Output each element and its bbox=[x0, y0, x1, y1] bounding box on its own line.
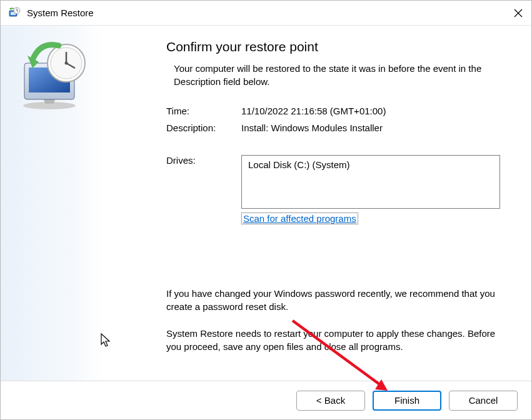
time-label: Time: bbox=[166, 106, 241, 116]
restart-warning-text: System Restore needs to restart your com… bbox=[166, 327, 500, 353]
back-button[interactable]: < Back bbox=[296, 391, 365, 411]
system-restore-large-icon bbox=[15, 38, 90, 116]
finish-button[interactable]: Finish bbox=[373, 391, 441, 411]
cancel-button[interactable]: Cancel bbox=[449, 391, 518, 411]
sidebar bbox=[1, 26, 104, 381]
system-restore-window: System Restore bbox=[0, 0, 532, 420]
warning-block: If you have changed your Windows passwor… bbox=[166, 287, 500, 353]
content-panel: Confirm your restore point Your computer… bbox=[104, 26, 531, 381]
drives-listbox[interactable]: Local Disk (C:) (System) bbox=[241, 155, 500, 209]
footer-buttons: < Back Finish Cancel bbox=[1, 381, 531, 419]
window-title: System Restore bbox=[27, 8, 513, 18]
password-warning-text: If you have changed your Windows passwor… bbox=[166, 287, 500, 313]
time-row: Time: 11/10/2022 21:16:58 (GMT+01:00) bbox=[166, 106, 500, 116]
page-heading: Confirm your restore point bbox=[166, 39, 500, 54]
description-label: Description: bbox=[166, 122, 241, 133]
scan-affected-programs-link[interactable]: Scan for affected programs bbox=[241, 212, 358, 224]
drives-item[interactable]: Local Disk (C:) (System) bbox=[248, 159, 493, 170]
titlebar: System Restore bbox=[1, 1, 531, 26]
drives-row: Drives: Local Disk (C:) (System) bbox=[166, 155, 500, 209]
page-subheading: Your computer will be restored to the st… bbox=[166, 62, 500, 88]
time-value: 11/10/2022 21:16:58 (GMT+01:00) bbox=[241, 106, 500, 116]
description-row: Description: Install: Windows Modules In… bbox=[166, 122, 500, 133]
body-area: Confirm your restore point Your computer… bbox=[1, 26, 531, 381]
svg-point-14 bbox=[64, 62, 68, 65]
system-restore-app-icon bbox=[8, 7, 21, 19]
drives-label: Drives: bbox=[166, 155, 241, 166]
description-value: Install: Windows Modules Installer bbox=[241, 122, 500, 133]
close-icon[interactable] bbox=[513, 8, 524, 19]
